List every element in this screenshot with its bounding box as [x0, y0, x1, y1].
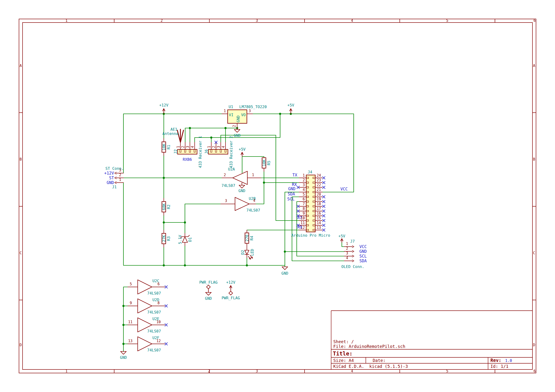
j7-pin-3: 3 — [346, 251, 348, 255]
component-d2-led[interactable]: D2 LED — [241, 249, 255, 259]
frame-col: 6 — [533, 19, 535, 23]
titleblock-title-label: Title: — [333, 350, 352, 357]
power-symbol-gnd-u1[interactable]: GND — [234, 128, 241, 138]
r1-value: 10K — [162, 143, 166, 150]
j1-net-st: ST — [109, 176, 114, 180]
j4-pin: 5 — [303, 192, 305, 197]
schematic-canvas[interactable]: 1 2 3 4 5 6 1 2 3 4 5 6 A B C D A B C D … — [0, 0, 555, 392]
component-u2a-buffer[interactable]: U2A 74LS07 2 1 — [221, 167, 261, 188]
u2a-pin-out: 1 — [252, 173, 254, 177]
gnd-label: GND — [239, 189, 245, 193]
power-symbol-gnd-main[interactable]: GND — [282, 267, 288, 276]
component-ae1-antenna[interactable]: AE1 Antenna — [162, 127, 183, 142]
component-u1-regulator[interactable]: U1 LM7805_TO220 VI VO GND 1 3 2 — [222, 105, 267, 128]
d1-value: 5.1V — [178, 235, 182, 244]
kicad-schematic-page: 1 2 3 4 5 6 1 2 3 4 5 6 A B C D A B C D … — [0, 0, 555, 392]
component-u2b-buffer[interactable]: U2B 74LS07 3 4 — [221, 196, 260, 213]
j6-pin-1: 1 — [207, 146, 211, 148]
j1-pin-2: 2 — [119, 173, 121, 177]
j4-pin: 13 — [317, 226, 321, 230]
j4-ref: J4 — [308, 170, 312, 174]
titleblock-date-label: Date: — [373, 358, 386, 363]
u1-pin-2: 2 — [232, 125, 236, 127]
j4-pin: 2 — [303, 178, 305, 182]
frame-col: 3 — [256, 369, 258, 373]
r5-ref: R5 — [267, 161, 271, 165]
power-symbol-p5v-j7[interactable]: +5V — [338, 234, 345, 242]
power-symbol-p5v-u2a[interactable]: +5V — [239, 147, 246, 157]
u1-ref: U1 — [229, 105, 233, 109]
u2a-ref: U2A — [228, 167, 235, 171]
j4-pin: 11 — [300, 221, 305, 225]
j2-desc: 433 Receiver 1 — [198, 136, 203, 168]
component-r4[interactable]: 270 R4 — [245, 230, 254, 250]
j4-pin: 6 — [303, 197, 305, 201]
u2d-value: 74LS07 — [147, 310, 161, 314]
titleblock-sheet: Sheet: / — [333, 339, 354, 344]
j4-pin: 16 — [317, 211, 321, 216]
ae1-value: Antenna — [162, 131, 178, 136]
u2b-value: 74LS07 — [246, 208, 260, 213]
net-label-gnd: GND — [288, 186, 296, 191]
power-symbol-p5v-rail[interactable]: +5V — [287, 103, 294, 114]
pwr-flag-gnd[interactable]: PWR_FLAG GND — [199, 280, 218, 301]
gnd-label: GND — [282, 271, 288, 276]
pwr-flag-p12v[interactable]: +12V PWR_FLAG — [221, 280, 240, 300]
u1-pin-1: 1 — [224, 109, 226, 113]
frame-row: B — [533, 157, 535, 162]
titleblock-rev-value: 1.0 — [505, 358, 512, 363]
power-symbol-gnd-u2a[interactable]: GND — [239, 183, 245, 193]
d2-ref: D2 — [241, 250, 245, 255]
j7-pin-4: 4 — [346, 256, 348, 260]
j2-value: RXB6 — [183, 157, 192, 162]
j7-pin-2: 2 — [346, 246, 348, 251]
j1-net-12v: +12V — [104, 171, 114, 176]
component-d1-zener[interactable]: 5.1V D1 — [178, 233, 192, 246]
u2e-pin-in: 11 — [128, 320, 132, 324]
titleblock-size: Size: A4 — [333, 358, 354, 363]
component-u2d-buffer[interactable]: U2D 74LS07 9 8 — [128, 298, 165, 314]
gnd-label: GND — [120, 355, 127, 360]
component-j1-st-conn[interactable]: 3 2 1 +12V ST GND ST Conn. J1 — [104, 166, 124, 189]
u2f-value: 74LS07 — [147, 348, 161, 352]
j4-pin: 24 — [317, 173, 321, 178]
j6-pin-3: 3 — [217, 146, 221, 148]
component-j6-receiver2[interactable]: 1 2 3 4 J6 433 Receiver 2 — [204, 136, 233, 168]
frame-row: B — [20, 157, 22, 162]
sheet-frame: 1 2 3 4 5 6 1 2 3 4 5 6 A B C D A B C D — [19, 19, 536, 373]
component-j2-receiver1[interactable]: 1 2 3 4 J2 RXB6 433 Receiver 1 — [173, 136, 203, 168]
j7-net-gnd: GND — [359, 249, 367, 254]
u2a-pin-in: 2 — [224, 173, 226, 177]
frame-col: 2 — [208, 369, 210, 373]
component-u2f-buffer[interactable]: U2F 74LS07 13 12 — [128, 335, 165, 352]
u2d-pin-in: 9 — [130, 301, 132, 305]
net-label-rx: RX — [292, 182, 297, 187]
component-r1[interactable]: 10K R1 — [162, 138, 171, 156]
component-r3[interactable]: 27K R3 — [162, 230, 171, 247]
u1-pin-vi: VI — [229, 113, 233, 117]
net-label-vcc: VCC — [340, 187, 348, 191]
power-symbol-p12v-rail[interactable]: +12V — [159, 103, 168, 114]
r5-value: 10K — [262, 159, 266, 166]
title-block: Sheet: / File: ArduinoRemotePilot.sch Ti… — [331, 311, 533, 370]
j4-pin: 8 — [303, 207, 305, 211]
pwr-flag-label: PWR_FLAG — [221, 296, 240, 300]
r4-value: 270 — [245, 235, 249, 242]
j2-ref: J2 — [173, 150, 178, 154]
component-r2[interactable]: 68K R2 — [162, 198, 171, 215]
component-j7-oled-conn[interactable]: 1 2 3 4 VCC GND SCL SDA J7 OLED Conn. — [341, 239, 367, 269]
p5v-label: +5V — [338, 234, 345, 238]
power-symbol-gnd-gates[interactable]: GND — [120, 351, 127, 360]
j4-pin: 3 — [303, 183, 305, 187]
u1-pin-3: 3 — [248, 109, 251, 113]
j4-pin: 20 — [317, 192, 321, 197]
j4-pin: 18 — [317, 202, 321, 206]
component-u2e-buffer[interactable]: U2E 74LS07 11 10 — [128, 317, 165, 333]
component-r5[interactable]: 10K R5 — [262, 158, 271, 171]
component-u2c-buffer[interactable]: U2C 74LS07 5 6 — [128, 279, 165, 295]
d1-ref: D1 — [188, 237, 192, 242]
u1-pin-vo: VO — [241, 113, 246, 117]
j1-pin-1: 1 — [119, 178, 121, 182]
u2b-pin-out: 4 — [253, 199, 255, 203]
frame-row: D — [533, 343, 535, 347]
